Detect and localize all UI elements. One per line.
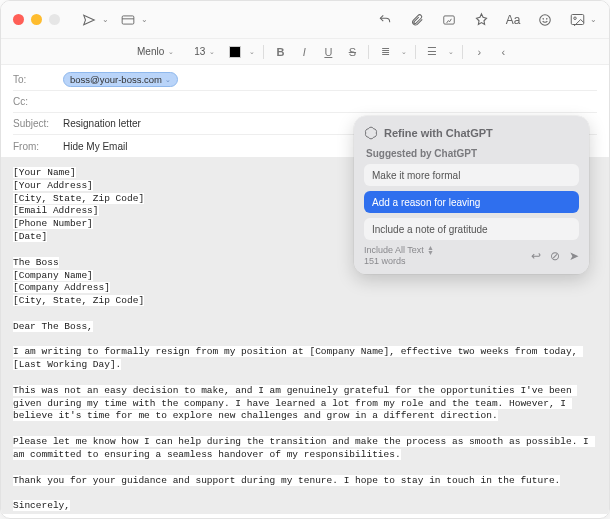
underline-button[interactable]: U bbox=[320, 46, 336, 58]
suggestion-reason[interactable]: Add a reason for leaving bbox=[364, 191, 579, 213]
suggestion-formal[interactable]: Make it more formal bbox=[364, 164, 579, 186]
fullscreen-window-button[interactable] bbox=[49, 14, 60, 25]
chevron-down-icon[interactable]: ⌄ bbox=[401, 48, 407, 56]
chevron-down-icon: ⌄ bbox=[209, 48, 215, 56]
svg-point-5 bbox=[546, 18, 547, 19]
font-family-value: Menlo bbox=[137, 46, 164, 57]
stepper-icon: ▲▼ bbox=[427, 245, 434, 255]
from-label: From: bbox=[13, 141, 55, 152]
cancel-icon[interactable]: ⊘ bbox=[550, 249, 560, 263]
media-button[interactable] bbox=[564, 8, 590, 32]
body-paragraph-4: Thank you for your guidance and support … bbox=[13, 475, 560, 486]
minimize-window-button[interactable] bbox=[31, 14, 42, 25]
close-window-button[interactable] bbox=[13, 14, 24, 25]
window-controls bbox=[13, 14, 60, 25]
divider bbox=[263, 45, 264, 59]
body-greeting: Dear The Boss, bbox=[13, 321, 93, 332]
media-chevron[interactable]: ⌄ bbox=[590, 15, 597, 24]
send-options-chevron[interactable]: ⌄ bbox=[102, 15, 109, 24]
body-paragraph-1: I am writing to formally resign from my … bbox=[13, 346, 583, 370]
recipient-pill[interactable]: boss@your-boss.com ⌄ bbox=[63, 72, 178, 87]
svg-point-7 bbox=[573, 17, 576, 20]
chevron-down-icon[interactable]: ⌄ bbox=[249, 48, 255, 56]
indent-right-button[interactable]: › bbox=[471, 46, 487, 58]
font-size-select[interactable]: 13 ⌄ bbox=[188, 44, 221, 59]
word-count: 151 words bbox=[364, 256, 434, 266]
svg-rect-2 bbox=[444, 15, 455, 23]
bold-button[interactable]: B bbox=[272, 46, 288, 58]
subject-label: Subject: bbox=[13, 118, 55, 129]
divider bbox=[462, 45, 463, 59]
italic-button[interactable]: I bbox=[296, 46, 312, 58]
chevron-down-icon: ⌄ bbox=[168, 48, 174, 56]
recipient-text: boss@your-boss.com bbox=[70, 74, 162, 85]
text-color-swatch[interactable] bbox=[229, 46, 241, 58]
format-button[interactable] bbox=[468, 8, 494, 32]
to-label: To: bbox=[13, 74, 55, 85]
font-size-value: 13 bbox=[194, 46, 205, 57]
body-paragraph-2: This was not an easy decision to make, a… bbox=[13, 385, 577, 422]
reply-button[interactable] bbox=[372, 8, 398, 32]
body-signoff: Sincerely, bbox=[13, 500, 70, 511]
cc-label: Cc: bbox=[13, 96, 55, 107]
align-button[interactable]: ≣ bbox=[377, 45, 393, 58]
font-family-select[interactable]: Menlo ⌄ bbox=[131, 44, 180, 59]
svg-point-4 bbox=[543, 18, 544, 19]
svg-rect-0 bbox=[122, 15, 134, 23]
panel-footer: Include All Text ▲▼ 151 words ↩︎ ⊘ ➤ bbox=[364, 245, 579, 266]
undo-icon[interactable]: ↩︎ bbox=[531, 249, 541, 263]
svg-point-3 bbox=[540, 14, 551, 25]
divider bbox=[415, 45, 416, 59]
attach-button[interactable] bbox=[404, 8, 430, 32]
format-toolbar: Menlo ⌄ 13 ⌄ ⌄ B I U S ≣ ⌄ ☰ ⌄ › ‹ bbox=[1, 39, 609, 65]
header-fields-button[interactable] bbox=[115, 8, 141, 32]
include-all-text-toggle[interactable]: Include All Text ▲▼ bbox=[364, 245, 434, 255]
to-row[interactable]: To: boss@your-boss.com ⌄ bbox=[13, 69, 597, 91]
submit-arrow-icon[interactable]: ➤ bbox=[569, 249, 579, 263]
emoji-button[interactable] bbox=[532, 8, 558, 32]
panel-title-text: Refine with ChatGPT bbox=[384, 127, 493, 139]
chevron-down-icon[interactable]: ⌄ bbox=[448, 48, 454, 56]
titlebar: ⌄ ⌄ Aa ⌄ bbox=[1, 1, 609, 39]
font-button[interactable]: Aa bbox=[500, 8, 526, 32]
link-button[interactable] bbox=[436, 8, 462, 32]
header-fields-chevron[interactable]: ⌄ bbox=[141, 15, 148, 24]
body-paragraph-3: Please let me know how I can help during… bbox=[13, 436, 595, 460]
strikethrough-button[interactable]: S bbox=[344, 46, 360, 58]
panel-title-row: Refine with ChatGPT bbox=[364, 126, 579, 140]
body-block-sender: [Your Name] [Your Address] [City, State,… bbox=[13, 167, 144, 242]
indent-left-button[interactable]: ‹ bbox=[495, 46, 511, 58]
list-button[interactable]: ☰ bbox=[424, 45, 440, 58]
refine-chatgpt-panel: Refine with ChatGPT Suggested by ChatGPT… bbox=[354, 116, 589, 274]
panel-subtitle: Suggested by ChatGPT bbox=[366, 148, 577, 159]
chatgpt-logo-icon bbox=[364, 126, 378, 140]
body-block-recipient: The Boss [Company Name] [Company Address… bbox=[13, 257, 144, 306]
chevron-down-icon[interactable]: ⌄ bbox=[165, 76, 171, 84]
suggestion-gratitude[interactable]: Include a note of gratitude bbox=[364, 218, 579, 240]
send-button[interactable] bbox=[76, 8, 102, 32]
divider bbox=[368, 45, 369, 59]
cc-row[interactable]: Cc: bbox=[13, 91, 597, 113]
